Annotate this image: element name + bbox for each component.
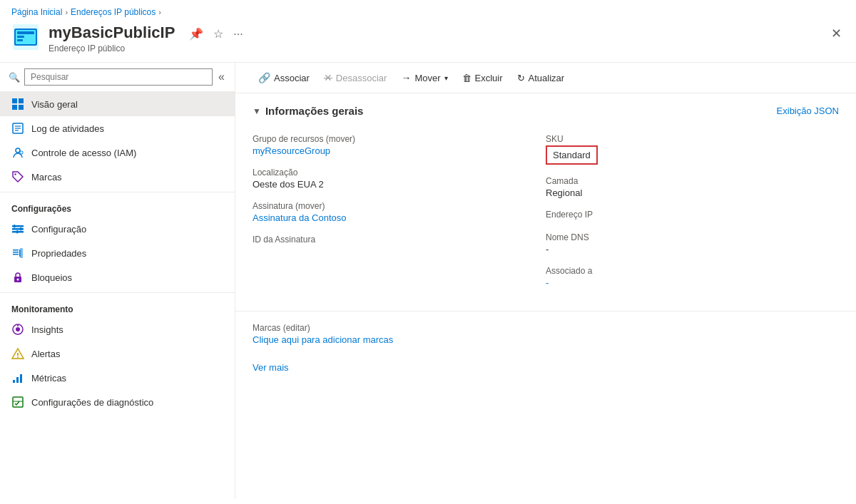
nav-diag[interactable]: Configurações de diagnóstico <box>0 390 235 414</box>
section-collapse-icon[interactable]: ▼ <box>253 106 261 116</box>
associate-button[interactable]: 🔗 Associar <box>253 68 315 87</box>
nav-tags-label: Marcas <box>31 172 62 182</box>
resource-group-link[interactable]: myResourceGroup <box>253 145 330 156</box>
svg-rect-7 <box>19 98 24 103</box>
locks-icon <box>11 271 24 284</box>
nav-overview[interactable]: Visão geral <box>0 92 235 116</box>
tags-add-link[interactable]: Clique aqui para adicionar marcas <box>253 334 393 345</box>
associate-icon: 🔗 <box>258 72 270 83</box>
nav-insights[interactable]: Insights <box>0 317 235 341</box>
subscription-id-label: ID da Assinatura <box>253 235 546 245</box>
nav-diag-label: Configurações de diagnóstico <box>31 397 153 408</box>
nav-log-label: Log de atividades <box>31 123 104 134</box>
disassociate-icon: ✕ <box>324 72 332 83</box>
associate-label: Associar <box>274 73 310 83</box>
nav-metrics-label: Métricas <box>31 373 66 384</box>
monitor-section-header: Monitoramento <box>0 292 235 317</box>
delete-icon: 🗑 <box>462 73 472 83</box>
associated-link[interactable]: - <box>546 277 549 288</box>
nav-alerts[interactable]: Alertas <box>0 341 235 366</box>
config-section-header: Configurações <box>0 192 235 217</box>
subscription-id-field: ID da Assinatura <box>253 229 546 252</box>
svg-rect-40 <box>20 374 22 383</box>
associated-value: - <box>546 277 839 288</box>
nav-alerts-label: Alertas <box>31 349 60 359</box>
alerts-icon <box>11 347 24 360</box>
collapse-sidebar-button[interactable]: « <box>217 69 226 85</box>
nav-metrics[interactable]: Métricas <box>0 366 235 390</box>
pin-button[interactable]: 📌 <box>186 26 206 42</box>
dns-field: Nome DNS - <box>546 227 839 260</box>
log-icon <box>11 122 24 135</box>
location-field: Localização Oeste dos EUA 2 <box>253 162 546 195</box>
svg-point-31 <box>17 279 19 281</box>
subscription-field: Assinatura (mover) Assinatura da Contoso <box>253 195 546 229</box>
nav-iam[interactable]: Controle de acesso (IAM) <box>0 140 235 165</box>
svg-rect-8 <box>12 105 17 110</box>
dns-label: Nome DNS <box>546 232 839 242</box>
properties-icon <box>11 247 24 259</box>
svg-rect-23 <box>20 227 22 231</box>
svg-rect-28 <box>20 248 23 258</box>
subscription-link[interactable]: Assinatura da Contoso <box>253 212 347 223</box>
nav-insights-label: Insights <box>31 324 63 335</box>
resource-group-field: Grupo de recursos (mover) myResourceGrou… <box>253 128 546 162</box>
nav-locks[interactable]: Bloqueios <box>0 265 235 289</box>
breadcrumb-home[interactable]: Página Inicial <box>11 7 62 17</box>
tags-edit-link[interactable]: (editar) <box>283 323 310 333</box>
main-layout: 🔍 « Visão geral Log de atividades Contro… <box>0 63 856 499</box>
refresh-icon: ↻ <box>517 73 525 83</box>
svg-rect-29 <box>19 250 21 257</box>
resource-group-move-link[interactable]: (mover) <box>326 134 355 144</box>
svg-rect-9 <box>19 105 24 110</box>
sku-box: Standard <box>546 145 598 165</box>
svg-rect-25 <box>13 250 19 251</box>
svg-rect-38 <box>13 380 15 383</box>
nav-properties[interactable]: Propriedades <box>0 241 235 265</box>
search-input[interactable] <box>24 68 213 86</box>
svg-rect-22 <box>14 225 16 228</box>
svg-rect-20 <box>12 228 24 230</box>
tags-label: Marcas (editar) <box>253 323 839 333</box>
nav-config[interactable]: Configuração <box>0 217 235 241</box>
sku-field: SKU Standard <box>546 128 839 170</box>
disassociate-button[interactable]: ✕ Desassociar <box>318 68 393 87</box>
resource-icon <box>11 23 40 51</box>
dns-value: - <box>546 244 839 254</box>
favorite-button[interactable]: ☆ <box>210 26 226 42</box>
tags-field: Marcas (editar) Clique aqui para adicion… <box>253 317 839 351</box>
refresh-button[interactable]: ↻ Atualizar <box>511 69 571 87</box>
breadcrumb-public-ip[interactable]: Endereços IP públicos <box>71 7 156 17</box>
sku-value: Standard <box>546 145 839 165</box>
iam-icon <box>11 146 24 159</box>
tags-section: Marcas (editar) Clique aqui para adicion… <box>235 311 856 356</box>
associated-label: Associado a <box>546 266 839 276</box>
nav-log[interactable]: Log de atividades <box>0 116 235 140</box>
delete-button[interactable]: 🗑 Excluir <box>457 69 509 87</box>
close-button[interactable]: ✕ <box>828 23 845 44</box>
nav-tags[interactable]: Marcas <box>0 165 235 189</box>
search-box: 🔍 « <box>0 63 235 92</box>
section-title-text: Informações gerais <box>265 105 364 117</box>
svg-point-37 <box>17 356 19 358</box>
move-button[interactable]: → Mover ▾ <box>395 68 453 87</box>
subscription-label: Assinatura (mover) <box>253 201 546 211</box>
metrics-icon <box>11 371 24 384</box>
more-button[interactable]: ··· <box>230 26 245 42</box>
see-more-link[interactable]: Ver mais <box>253 362 289 373</box>
svg-point-14 <box>16 148 20 153</box>
svg-rect-4 <box>17 36 24 38</box>
json-view-link[interactable]: Exibição JSON <box>777 106 839 116</box>
move-icon: → <box>401 72 411 83</box>
info-field-group: Grupo de recursos (mover) myResourceGrou… <box>253 128 546 294</box>
info-section: ▼ Informações gerais Exibição JSON Grupo… <box>235 93 856 305</box>
refresh-label: Atualizar <box>529 73 565 83</box>
subscription-move-link[interactable]: (mover) <box>295 201 325 211</box>
svg-rect-5 <box>17 39 23 41</box>
svg-point-18 <box>14 173 16 175</box>
resource-subtitle: Endereço IP público <box>49 43 828 53</box>
sku-label: SKU <box>546 134 839 144</box>
nav-locks-label: Bloqueios <box>31 272 72 283</box>
resource-title: myBasicPublicIP 📌 ☆ ··· <box>49 23 828 42</box>
tier-value: Regional <box>546 187 839 198</box>
